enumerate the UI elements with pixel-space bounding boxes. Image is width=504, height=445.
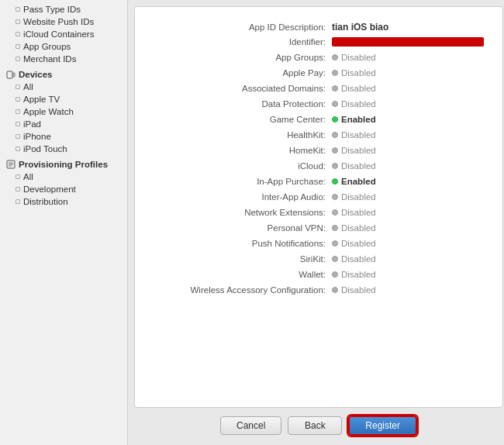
status-text: Disabled — [341, 68, 376, 78]
status-text: Disabled — [341, 161, 376, 171]
sidebar-item-ipod-touch[interactable]: iPod Touch — [0, 143, 127, 155]
bullet-icon — [16, 109, 20, 114]
bullet-icon — [16, 57, 20, 61]
field-value: Disabled — [332, 53, 376, 62]
back-button[interactable]: Back — [288, 416, 342, 435]
disabled-dot — [332, 101, 338, 107]
bullet-icon — [16, 7, 20, 12]
bullet-icon — [16, 199, 20, 204]
table-row: Network Extensions:Disabled — [154, 205, 484, 221]
field-label: App Groups: — [154, 53, 332, 62]
table-row: iCloud:Disabled — [154, 159, 484, 174]
table-row: App ID Description:tian iOS biao — [154, 19, 484, 35]
status-text: Disabled — [341, 99, 376, 109]
bullet-icon — [16, 147, 20, 151]
sidebar-item-apple-tv[interactable]: Apple TV — [0, 93, 127, 105]
table-row: Identifier:C3TNC5Q8WNtiaomytianobianbiao — [154, 35, 484, 50]
field-value: Disabled — [332, 192, 376, 202]
disabled-dot — [332, 271, 338, 278]
sidebar-item-provisioning-all[interactable]: All — [0, 171, 127, 183]
table-row: Wireless Accessory Configuration:Disable… — [154, 283, 484, 298]
disabled-dot — [332, 256, 338, 262]
bullet-icon — [16, 19, 20, 24]
field-value: Disabled — [332, 84, 376, 93]
field-value: C3TNC5Q8WNtiaomytianobianbiao — [332, 37, 484, 47]
svg-rect-1 — [13, 73, 15, 77]
bottom-bar: Cancel Back Register — [134, 408, 503, 439]
sidebar-item-pass-type-ids[interactable]: Pass Type IDs — [0, 3, 127, 16]
disabled-dot — [332, 70, 338, 76]
status-text: Disabled — [341, 208, 376, 217]
field-label: Game Center: — [154, 115, 332, 124]
field-value: Disabled — [332, 270, 376, 279]
bullet-icon — [16, 122, 20, 126]
bullet-icon — [16, 187, 20, 191]
field-label: Identifier: — [154, 37, 332, 47]
status-text: Disabled — [341, 84, 376, 93]
table-row: Game Center:Enabled — [154, 112, 484, 128]
field-label: HomeKit: — [154, 146, 332, 155]
disabled-dot — [332, 147, 338, 154]
enabled-dot — [332, 178, 338, 185]
field-value: Disabled — [332, 254, 376, 264]
disabled-dot — [332, 54, 338, 60]
main-content: App ID Description:tian iOS biaoIdentifi… — [128, 0, 504, 445]
status-text: Disabled — [341, 239, 376, 248]
disabled-dot — [332, 240, 338, 247]
table-row: In-App Purchase:Enabled — [154, 174, 484, 190]
content-panel: App ID Description:tian iOS biaoIdentifi… — [134, 6, 503, 408]
field-label: Wallet: — [154, 270, 332, 279]
status-text: Enabled — [341, 177, 376, 186]
table-row: Push Notifications:Disabled — [154, 236, 484, 252]
field-label: Associated Domains: — [154, 84, 332, 93]
field-label: Apple Pay: — [154, 68, 332, 78]
sidebar-item-app-groups[interactable]: App Groups — [0, 40, 127, 53]
table-row: Wallet:Disabled — [154, 267, 484, 283]
table-row: Inter-App Audio:Disabled — [154, 190, 484, 205]
status-text: Disabled — [341, 146, 376, 155]
bullet-icon — [16, 44, 20, 49]
status-text: Disabled — [341, 130, 376, 140]
fields-container: App ID Description:tian iOS biaoIdentifi… — [154, 19, 484, 298]
bullet-icon — [16, 134, 20, 139]
provisioning-icon — [6, 160, 16, 169]
disabled-dot — [332, 209, 338, 216]
sidebar-item-icloud-containers[interactable]: iCloud Containers — [0, 28, 127, 40]
table-row: Data Protection:Disabled — [154, 97, 484, 112]
status-text: Disabled — [341, 285, 376, 295]
sidebar-item-devices-all[interactable]: All — [0, 81, 127, 93]
status-text: Disabled — [341, 192, 376, 202]
field-value: Disabled — [332, 208, 376, 217]
sidebar-item-ipad[interactable]: iPad — [0, 118, 127, 130]
bullet-icon — [16, 32, 20, 36]
sidebar: Pass Type IDs Website Push IDs iCloud Co… — [0, 0, 128, 445]
field-label: Push Notifications: — [154, 239, 332, 248]
field-value: Enabled — [332, 115, 376, 124]
sidebar-section-devices: Devices — [0, 65, 127, 81]
field-value: Disabled — [332, 68, 376, 78]
field-label: iCloud: — [154, 161, 332, 171]
sidebar-item-development[interactable]: Development — [0, 183, 127, 195]
sidebar-item-distribution[interactable]: Distribution — [0, 195, 127, 208]
field-label: Inter-App Audio: — [154, 192, 332, 202]
sidebar-section-provisioning: Provisioning Profiles — [0, 155, 127, 171]
table-row: HealthKit:Disabled — [154, 128, 484, 143]
disabled-dot — [332, 163, 338, 169]
table-row: Personal VPN:Disabled — [154, 221, 484, 236]
bullet-icon — [16, 97, 20, 102]
sidebar-item-website-push-ids[interactable]: Website Push IDs — [0, 16, 127, 28]
field-label: App ID Description: — [154, 22, 332, 32]
disabled-dot — [332, 194, 338, 200]
table-row: Associated Domains:Disabled — [154, 81, 484, 97]
devices-icon — [6, 70, 16, 79]
field-label: Personal VPN: — [154, 223, 332, 233]
sidebar-item-apple-watch[interactable]: Apple Watch — [0, 105, 127, 118]
field-value: Disabled — [332, 146, 376, 155]
field-value: Disabled — [332, 99, 376, 109]
register-button[interactable]: Register — [348, 416, 417, 436]
field-value: Disabled — [332, 130, 376, 140]
cancel-button[interactable]: Cancel — [220, 416, 281, 435]
sidebar-item-merchant-ids[interactable]: Merchant IDs — [0, 53, 127, 65]
bullet-icon — [16, 174, 20, 179]
sidebar-item-iphone[interactable]: iPhone — [0, 130, 127, 143]
